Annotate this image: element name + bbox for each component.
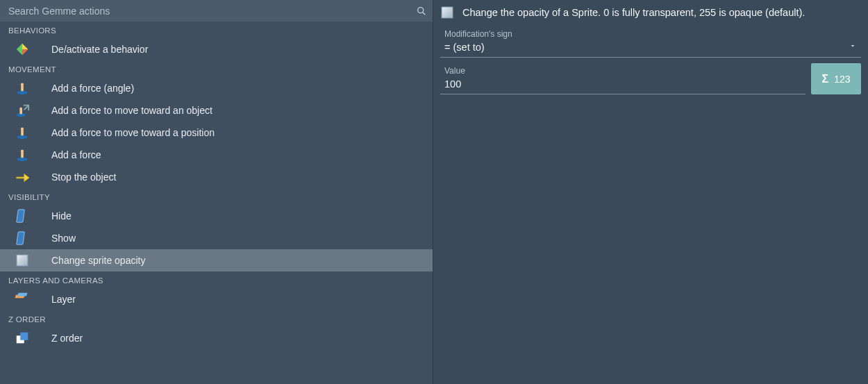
category-header: Z ORDER	[0, 310, 433, 327]
expression-button[interactable]: Σ 123	[811, 63, 861, 94]
finger-force-icon	[14, 124, 31, 141]
sigma-icon: Σ	[822, 73, 829, 85]
value-input[interactable]: Value 100	[440, 63, 806, 94]
finger-force-icon	[14, 80, 31, 97]
svg-marker-3	[22, 44, 28, 49]
action-item[interactable]: Hide	[0, 205, 433, 227]
modification-sign-value: = (set to)	[444, 40, 858, 54]
svg-rect-9	[19, 107, 22, 114]
action-item-label: Change sprite opacity	[51, 255, 145, 266]
value-label: Value	[444, 66, 803, 76]
value-value: 100	[444, 77, 803, 91]
action-item[interactable]: Change sprite opacity	[0, 249, 433, 272]
action-item-label: Add a force to move toward a position	[51, 127, 215, 138]
zorder-icon	[14, 330, 31, 347]
actions-tree[interactable]: BEHAVIORSDe/activate a behaviorMOVEMENTA…	[0, 22, 433, 384]
action-item-label: Add a force (angle)	[51, 83, 134, 94]
search-icon	[416, 6, 427, 17]
expression-button-label: 123	[834, 74, 850, 85]
svg-rect-25	[442, 7, 453, 18]
action-description-row: Change the opacity of a Sprite. 0 is ful…	[433, 0, 868, 26]
action-item[interactable]: Z order	[0, 327, 433, 349]
svg-point-7	[21, 83, 24, 85]
search-bar[interactable]	[0, 0, 433, 22]
finger-force-icon	[14, 147, 31, 163]
svg-rect-22	[17, 293, 28, 297]
svg-line-1	[423, 12, 426, 15]
panel-blue-icon	[14, 208, 31, 224]
svg-point-15	[21, 149, 24, 152]
chevron-down-icon	[849, 42, 857, 50]
category-header: MOVEMENT	[0, 60, 433, 77]
action-item-label: Add a force	[51, 149, 101, 160]
action-item-label: Show	[51, 233, 76, 244]
search-input[interactable]	[8, 6, 416, 17]
svg-point-12	[21, 127, 24, 130]
action-item[interactable]: Stop the object	[0, 166, 433, 188]
action-item[interactable]: Add a force to move toward a position	[0, 122, 433, 144]
action-item[interactable]: Add a force to move toward an object	[0, 99, 433, 122]
action-item-label: Hide	[51, 210, 72, 222]
behavior-diamond-icon	[14, 41, 31, 58]
action-item-label: Add a force to move toward an object	[51, 105, 212, 116]
action-description: Change the opacity of a Sprite. 0 is ful…	[462, 7, 805, 18]
action-item-label: De/activate a behavior	[51, 44, 148, 55]
action-item-label: Layer	[51, 294, 76, 305]
app-root: BEHAVIORSDe/activate a behaviorMOVEMENTA…	[0, 0, 868, 384]
finger-arrow-diag-icon	[14, 102, 31, 119]
layers-icon	[14, 291, 31, 308]
svg-rect-24	[20, 333, 28, 340]
actions-panel: BEHAVIORSDe/activate a behaviorMOVEMENTA…	[0, 0, 433, 384]
svg-marker-4	[22, 49, 28, 55]
svg-point-0	[418, 7, 424, 12]
panel-blue-icon	[14, 230, 31, 247]
value-row: Value 100 Σ 123	[440, 63, 861, 94]
category-header: LAYERS AND CAMERAS	[0, 272, 433, 288]
action-item[interactable]: Add a force	[0, 144, 433, 166]
stop-arrow-icon	[14, 169, 31, 185]
action-item[interactable]: Layer	[0, 288, 433, 310]
action-item[interactable]: Show	[0, 227, 433, 249]
category-header: VISIBILITY	[0, 188, 433, 205]
action-item-label: Z order	[51, 333, 83, 344]
action-item[interactable]: De/activate a behavior	[0, 38, 433, 60]
opacity-square-icon	[14, 252, 31, 269]
modification-sign-label: Modification's sign	[444, 29, 858, 39]
svg-rect-20	[17, 255, 28, 266]
action-detail-panel: Change the opacity of a Sprite. 0 is ful…	[433, 0, 868, 384]
modification-sign-select[interactable]: Modification's sign = (set to)	[440, 26, 861, 58]
action-item[interactable]: Add a force (angle)	[0, 77, 433, 99]
opacity-square-icon	[440, 6, 454, 19]
action-item-label: Stop the object	[51, 172, 116, 183]
category-header: BEHAVIORS	[0, 22, 433, 38]
